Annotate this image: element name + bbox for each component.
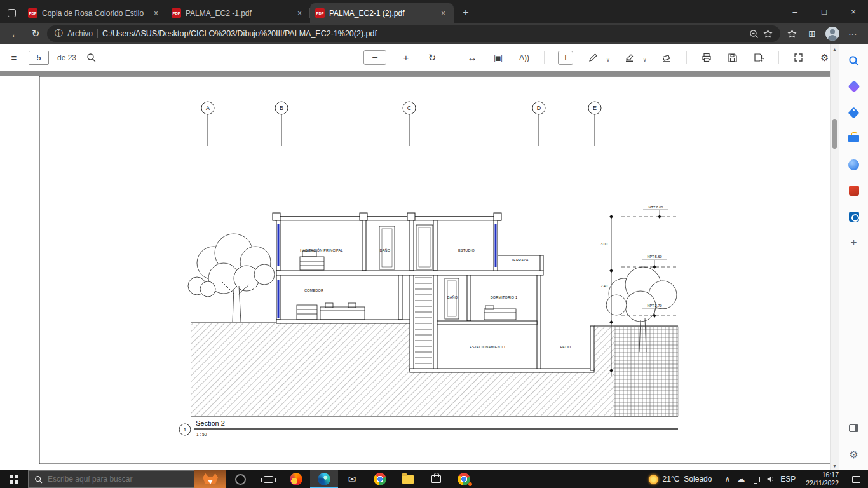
zoom-out-button[interactable]: − — [363, 50, 386, 65]
volume-icon[interactable] — [767, 477, 773, 482]
room-label-estacionamiento: ESTACIONAMIENTO — [470, 345, 505, 349]
scrollbar-thumb[interactable] — [832, 119, 837, 149]
room-label-patio: PATIO — [560, 345, 571, 349]
window-close-button[interactable]: × — [839, 0, 868, 23]
tab-actions-button[interactable] — [0, 3, 23, 23]
zoom-in-button[interactable]: + — [400, 50, 412, 66]
url-text[interactable]: C:/Users/ASUS/Desktop/CICLO%203/Dibujo%2… — [102, 29, 745, 38]
games-icon[interactable] — [846, 156, 862, 173]
start-button[interactable] — [0, 470, 28, 488]
toc-icon[interactable]: ≡ — [8, 50, 20, 66]
browser-menu-icon[interactable]: ⋯ — [844, 25, 862, 43]
tab-title: PALMA_EC2 -1.pdf — [186, 9, 290, 18]
favorites-bar-icon[interactable] — [783, 25, 801, 43]
back-button[interactable]: ← — [6, 25, 24, 43]
taskbar-app-explorer[interactable] — [394, 470, 422, 488]
microsoft-365-icon[interactable] — [846, 182, 862, 199]
save-as-icon[interactable] — [752, 50, 765, 66]
add-favorite-star-icon[interactable] — [763, 29, 773, 39]
view-title-text: Section 2 — [196, 419, 225, 427]
tools-icon[interactable] — [846, 130, 862, 147]
zoom-page-icon[interactable] — [749, 29, 759, 39]
outlook-icon[interactable] — [846, 208, 862, 225]
shopping-icon[interactable] — [846, 104, 862, 121]
browser-tab-1[interactable]: PDF Copia de Rosa Colorido Estilo Se × — [23, 3, 166, 23]
sidebar-settings-gear-icon[interactable]: ⚙ — [846, 446, 862, 463]
taskbar-search-box[interactable] — [28, 470, 194, 488]
eraser-icon[interactable] — [660, 50, 673, 66]
sidebar-panel-icon[interactable] — [846, 420, 862, 437]
browser-tab-2[interactable]: PDF PALMA_EC2 -1.pdf × — [166, 3, 310, 23]
language-indicator[interactable]: ESP — [780, 475, 796, 484]
read-aloud-icon[interactable]: A)) — [518, 50, 531, 66]
address-bar: ← ↻ ⓘ Archivo C:/Users/ASUS/Desktop/CICL… — [0, 23, 868, 44]
window-maximize-button[interactable]: □ — [810, 0, 839, 23]
taskbar-app-chrome-2[interactable] — [450, 470, 478, 488]
taskbar-clock[interactable]: 16:17 22/11/2022 — [801, 470, 844, 488]
windows-taskbar: ✉ 21°C Soleado ∧ ☁ ESP 16:17 22/11/2022 — [0, 470, 868, 488]
taskbar-app-chrome[interactable] — [366, 470, 394, 488]
tab-close-icon[interactable]: × — [438, 8, 449, 18]
outlook-glyph — [849, 212, 859, 222]
page-view-icon[interactable]: ▣ — [492, 50, 505, 66]
toolbar-separator — [778, 51, 779, 64]
vertical-scrollbar[interactable]: ▴ ▾ — [830, 44, 839, 470]
print-icon[interactable] — [700, 50, 713, 66]
taskbar-app-cortana[interactable] — [226, 470, 254, 488]
info-icon[interactable]: ⓘ — [55, 28, 63, 39]
tab-actions-icon — [8, 9, 16, 17]
refresh-button[interactable]: ↻ — [27, 25, 44, 43]
draw-dropdown-icon[interactable]: ∨ — [606, 57, 610, 66]
taskbar-app-edge-active[interactable] — [310, 470, 338, 488]
viewer-gutter — [0, 71, 839, 76]
taskbar-search-input[interactable] — [48, 475, 188, 484]
weather-condition: Soleado — [684, 475, 712, 484]
copilot-icon[interactable] — [846, 78, 862, 95]
dim-upper-height: 3.00 — [600, 242, 607, 246]
highlighter-dropdown-icon[interactable]: ∨ — [643, 57, 647, 66]
save-icon[interactable] — [726, 50, 739, 66]
search-document-icon[interactable] — [85, 50, 97, 66]
onedrive-cloud-icon[interactable]: ☁ — [737, 475, 745, 484]
sidebar-search-icon[interactable] — [846, 52, 862, 69]
search-highlight-image[interactable] — [194, 470, 226, 488]
tab-close-icon[interactable]: × — [151, 8, 161, 18]
room-label-dormitorio: DORMITORIO 1 — [491, 295, 518, 299]
pdf-file-icon: PDF — [28, 8, 37, 18]
fullscreen-icon[interactable] — [792, 50, 805, 66]
clock-time: 16:17 — [822, 471, 839, 479]
panel-glyph — [849, 424, 858, 432]
tab-close-icon[interactable]: × — [294, 8, 305, 18]
taskbar-weather[interactable]: 21°C Soleado — [641, 470, 720, 488]
windows-logo-icon — [10, 475, 18, 484]
page-number-input[interactable] — [29, 51, 49, 65]
level-label-roof: NTT 8.60 — [649, 205, 663, 209]
edge-icon — [318, 473, 330, 485]
url-field[interactable]: ⓘ Archivo C:/Users/ASUS/Desktop/CICLO%20… — [47, 25, 780, 42]
highlighter-icon[interactable] — [623, 50, 636, 66]
collections-icon[interactable]: ⊞ — [803, 25, 821, 43]
profile-avatar[interactable] — [824, 25, 841, 43]
mail-envelope-icon: ✉ — [348, 473, 356, 485]
sidebar-add-icon[interactable]: + — [846, 234, 862, 251]
network-icon[interactable] — [752, 477, 760, 482]
fit-width-icon[interactable]: ↔ — [466, 50, 478, 66]
taskbar-app-firefox[interactable] — [282, 470, 310, 488]
browser-tab-3-active[interactable]: PDF PALMA_EC2-1 (2).pdf × — [310, 3, 454, 23]
draw-pen-icon[interactable] — [587, 50, 599, 66]
window-minimize-button[interactable]: – — [780, 0, 810, 23]
taskbar-task-view[interactable] — [254, 470, 282, 488]
new-tab-button[interactable]: + — [458, 4, 474, 21]
m365-glyph — [849, 186, 859, 196]
action-center-button[interactable] — [844, 470, 868, 488]
weather-temperature: 21°C — [663, 475, 680, 484]
scroll-down-arrow[interactable]: ▾ — [831, 461, 839, 470]
taskbar-app-mail[interactable]: ✉ — [338, 470, 366, 488]
pdf-settings-gear-icon[interactable]: ⚙ — [818, 50, 831, 66]
scroll-up-arrow[interactable]: ▴ — [831, 44, 839, 53]
hidden-icons-chevron[interactable]: ∧ — [724, 475, 730, 484]
rotate-icon[interactable]: ↻ — [426, 50, 438, 66]
taskbar-app-store[interactable] — [422, 470, 450, 488]
add-text-icon[interactable]: T — [558, 51, 573, 65]
tab-title: Copia de Rosa Colorido Estilo Se — [42, 9, 146, 18]
